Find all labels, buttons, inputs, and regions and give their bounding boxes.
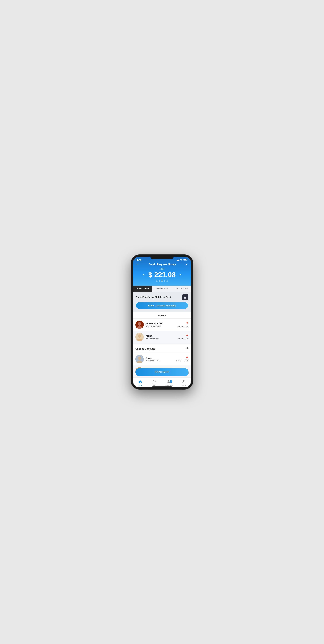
- contact-alice[interactable]: Alice +91 2361723623 📍 Beijing , China: [133, 353, 191, 365]
- dot-4: [164, 280, 165, 282]
- wallet-icon: [153, 380, 157, 384]
- tab-send-to-card[interactable]: Send to Card: [172, 286, 191, 292]
- beneficiary-section: Enter Beneficiary Mobile or Email Enter …: [133, 292, 191, 312]
- svg-rect-2: [184, 296, 186, 298]
- dot-1: [156, 280, 158, 282]
- amount-prev-button[interactable]: <: [143, 273, 145, 277]
- notch: [150, 255, 174, 259]
- nav-profile[interactable]: Profile: [177, 380, 191, 386]
- nav-profile-label: Profile: [182, 384, 186, 386]
- profile-icon: [182, 380, 186, 384]
- phone-device: 9:41: [131, 255, 193, 389]
- nav-home[interactable]: Home: [133, 380, 148, 386]
- continue-overlay: CONTINUE: [135, 368, 189, 376]
- close-button[interactable]: ✕: [185, 262, 188, 266]
- home-icon: [138, 380, 142, 384]
- tab-send-to-bank[interactable]: Send to Bank: [152, 286, 172, 292]
- header-title: Send / Request Money: [149, 263, 176, 266]
- page-dots: [133, 280, 191, 282]
- status-icons: [177, 259, 187, 261]
- back-button[interactable]: ←: [136, 263, 139, 266]
- contact-name-alice: Alice: [146, 356, 174, 359]
- nav-notification[interactable]: 1 Notification: [162, 380, 177, 386]
- contact-phone-mona: +1 3456734344: [146, 338, 175, 340]
- dot-3: [161, 280, 163, 282]
- contact-location-mona: 📍 Jaipur , India: [178, 334, 189, 340]
- avatar-maninder: [135, 320, 144, 329]
- notification-icon-wrapper: 1: [167, 380, 171, 384]
- main-content: Enter Beneficiary Mobile or Email Enter …: [133, 292, 191, 378]
- location-pin-icon-2: 📍: [178, 334, 189, 338]
- beneficiary-label: Enter Beneficiary Mobile or Email: [136, 296, 172, 298]
- phone-screen: 9:41: [133, 257, 191, 387]
- wifi-icon: [180, 259, 183, 261]
- contact-phone-alice: +91 2361723623: [146, 360, 174, 362]
- search-icon[interactable]: [185, 347, 189, 351]
- amount-value: $ 221.08: [148, 271, 176, 279]
- amount-row: < $ 221.08 >: [133, 271, 191, 279]
- contact-location-alice: 📍 Beijing , China: [176, 356, 189, 362]
- choose-contacts-header: Choose Contacts: [133, 343, 191, 353]
- continue-button[interactable]: CONTINUE: [135, 368, 189, 376]
- currency-label: USD: [133, 268, 191, 270]
- svg-line-14: [187, 349, 188, 350]
- battery-icon: [183, 259, 187, 261]
- wallet-icon-wrapper: [153, 380, 157, 384]
- contact-info-alice: Alice +91 2361723623: [146, 356, 174, 362]
- location-pin-icon-3: 📍: [176, 356, 189, 360]
- notification-badge: 1: [170, 380, 172, 383]
- svg-point-25: [155, 382, 156, 382]
- contact-phone-maninder: +91 2361723623: [146, 325, 175, 328]
- contact-info-maninder: Maninder Kaur +91 2361723623: [146, 322, 175, 328]
- contact-info-mona: Mona +1 3456734344: [146, 334, 175, 340]
- profile-icon-wrapper: [182, 380, 186, 384]
- location-pin-icon: 📍: [178, 322, 189, 325]
- tab-phone-email[interactable]: Phone / Email: [133, 286, 152, 292]
- avatar-alice: [135, 355, 144, 363]
- beneficiary-input-row: Enter Beneficiary Mobile or Email: [136, 294, 188, 300]
- svg-point-26: [183, 380, 184, 382]
- header-nav: ← Send / Request Money ✕: [133, 261, 191, 267]
- signal-icon: [177, 259, 179, 261]
- contact-name-maninder: Maninder Kaur: [146, 322, 175, 325]
- amount-next-button[interactable]: >: [180, 273, 182, 277]
- svg-point-6: [185, 297, 185, 298]
- svg-point-13: [186, 347, 188, 349]
- currency-section: USD < $ 221.08 >: [133, 267, 191, 283]
- svg-rect-1: [184, 259, 186, 260]
- contact-book-button[interactable]: [182, 294, 188, 300]
- nav-wallet[interactable]: Wallet: [148, 380, 162, 386]
- recent-section-title: Recent: [133, 312, 191, 319]
- home-bar: [152, 386, 172, 387]
- dot-2: [159, 280, 160, 282]
- recent-contact-1[interactable]: Maninder Kaur +91 2361723623 📍 Jaipur , …: [133, 319, 191, 331]
- avatar-mona: [135, 333, 144, 341]
- home-icon-wrapper: [138, 380, 142, 384]
- status-time: 9:41: [137, 258, 141, 261]
- nav-home-label: Home: [138, 384, 142, 386]
- choose-contacts-title: Choose Contacts: [135, 347, 155, 350]
- contact-name-mona: Mona: [146, 334, 175, 337]
- contact-location-maninder: 📍 Jaipur , India: [178, 322, 189, 328]
- bottom-nav: Home Wallet: [133, 378, 191, 387]
- dot-5: [166, 280, 168, 282]
- header: 9:41: [133, 257, 191, 286]
- tab-bar: Phone / Email Send to Bank Send to Card: [133, 286, 191, 292]
- enter-manually-button[interactable]: Enter Contacts Manually: [136, 302, 188, 309]
- recent-contact-2[interactable]: Mona +1 3456734344 📍 Jaipur , India: [133, 331, 191, 343]
